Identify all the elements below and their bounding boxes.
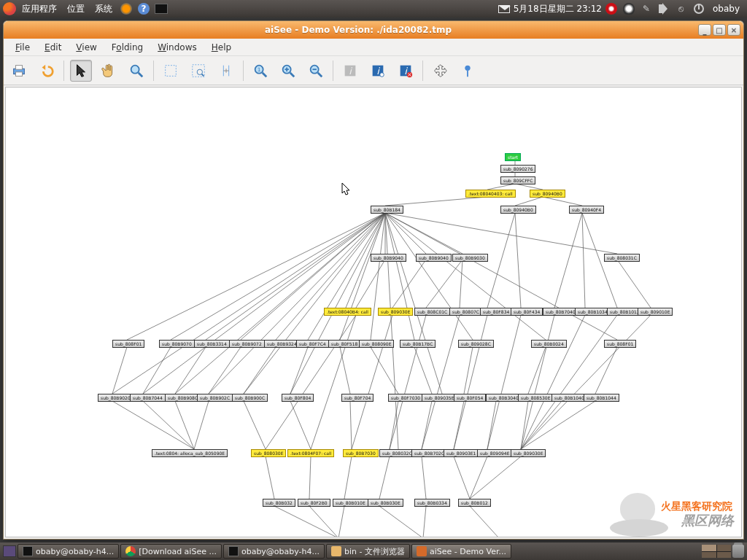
ruler-button[interactable] [215,60,237,82]
graph-node[interactable]: sub_80F434 [511,308,543,316]
graph-node[interactable]: sub_80B9072 [229,340,265,348]
graph-canvas[interactable]: startsub_8090276sub_809CFFC.text:0804040… [5,87,742,537]
graph-node[interactable]: sub_80F834 [480,308,512,316]
graph-node[interactable]: sub_809035E [422,394,457,402]
graph-node[interactable]: sub_808F01 [112,340,144,348]
graph-node[interactable]: sub_80B9040 [371,254,406,262]
graph-node[interactable]: sub_809010E [638,308,673,316]
print-button[interactable] [8,60,30,82]
menu-view[interactable]: View [69,40,104,55]
graph-node[interactable]: sub_808030E [251,449,286,457]
graph-node[interactable]: sub_80B900C [232,394,268,402]
graph-node[interactable]: sub_80B702C [411,449,447,457]
trash-icon[interactable] [732,545,744,558]
graph-node[interactable]: sub_809030E [378,308,413,316]
graph-node[interactable]: sub_809030E [511,449,546,457]
taskbar-item[interactable]: obaby@obaby-h4... [223,544,325,559]
graph-node[interactable]: sub_80B1040 [551,394,587,402]
window-titlebar[interactable]: aiSee - Demo Version: ./ida20082.tmp _ □… [4,21,743,39]
graph-node[interactable]: sub_80B9324 [264,340,300,348]
graph-node[interactable]: sub_80B030E [368,499,403,507]
graph-node[interactable]: sub_80F804 [282,394,314,402]
graph-node[interactable]: sub_80F054 [454,394,486,402]
graph-node[interactable]: sub_80B7040 [543,308,578,316]
panel-menu-places[interactable]: 位置 [63,1,89,17]
graph-node[interactable]: sub_80B902C [197,394,233,402]
menu-windows[interactable]: Windows [150,40,204,55]
ubuntu-logo-icon[interactable] [3,2,16,15]
panel-datetime[interactable]: 5月18日星期二 23:12 [514,3,602,15]
window-maximize-button[interactable]: □ [713,24,726,36]
info-button[interactable]: i [367,60,389,82]
help-icon[interactable]: ? [137,2,150,15]
taskbar-item[interactable]: [Download aiSee ... [120,544,222,559]
taskbar-item[interactable]: bin - 文件浏览器 [326,544,410,559]
rect-select-button[interactable] [160,60,182,82]
pin-button[interactable] [457,60,479,82]
taskbar-item[interactable]: aiSee - Demo Ver... [411,544,511,559]
graph-node[interactable]: sub_809028C [458,340,494,348]
graph-node[interactable]: sub_80903E1 [444,449,479,457]
notify-icon[interactable]: ✎ [640,2,653,15]
graph-node[interactable]: sub_808032C [379,449,415,457]
info-cancel-button[interactable]: i [395,60,417,82]
graph-node[interactable]: sub_80F7030 [388,394,423,402]
graph-node[interactable]: sub_80F7C4 [296,340,329,348]
graph-node[interactable]: sub_80F704 [341,394,374,402]
graph-node[interactable]: sub_80B1044 [584,394,619,402]
panel-menu-apps[interactable]: 应用程序 [18,1,61,17]
qq-icon[interactable] [622,2,635,15]
graph-node[interactable]: sub_80B0024 [531,340,567,348]
graph-node[interactable]: sub_80B17BC [400,340,436,348]
pointer-tool-button[interactable] [70,60,92,82]
graph-node[interactable]: .text:08040B4: call [324,308,371,316]
graph-node[interactable]: sub_80B010E [333,499,368,507]
graph-node[interactable]: sub_808F01 [604,340,636,348]
workspace-switcher[interactable] [702,545,731,558]
graph-node[interactable]: sub_80B908C [165,394,201,402]
zoom-tool-button[interactable] [125,60,147,82]
graph-node[interactable]: sub_808C01C [414,308,450,316]
graph-node[interactable]: sub_80B3040 [486,394,522,402]
graph-node[interactable]: sub_80940F4 [569,206,604,214]
panel-user[interactable]: obaby [708,4,744,14]
graph-node[interactable]: sub_80B9020 [98,394,133,402]
region-zoom-button[interactable] [187,60,209,82]
panel-menu-system[interactable]: 系统 [90,1,117,17]
network-icon[interactable]: ⎋ [675,2,688,15]
undo-button[interactable] [36,60,58,82]
graph-node[interactable]: sub_80F2B0 [298,499,330,507]
pan-tool-button[interactable] [98,60,120,82]
window-close-button[interactable]: ✕ [727,24,740,36]
graph-node[interactable]: sub_80B3314 [194,340,230,348]
graph-node[interactable]: start [505,153,521,161]
graph-node[interactable]: sub_80B0334 [414,499,450,507]
graph-node[interactable]: .text:0804F07: call [287,449,334,457]
graph-node[interactable]: sub_80B032 [263,499,295,507]
graph-node[interactable]: sub_808530E [518,394,553,402]
graph-node[interactable]: sub_80B184 [371,206,403,214]
graph-node[interactable]: sub_80B7044 [130,394,166,402]
opera-icon[interactable] [605,2,618,15]
power-icon[interactable] [692,2,705,15]
zoom-out-button[interactable] [305,60,327,82]
graph-node[interactable]: sub_80B012 [458,499,491,507]
graph-node[interactable]: sub_80B9030 [452,254,488,262]
window-minimize-button[interactable]: _ [698,24,711,36]
graph-node[interactable]: sub_80807C [449,308,482,316]
graph-node[interactable]: sub_80940B0 [530,190,565,198]
graph-node[interactable]: .text:08040403: call [465,190,516,198]
menu-file[interactable]: File [8,40,37,55]
firefox-icon[interactable] [120,2,133,15]
graph-node[interactable]: sub_808031C [604,254,640,262]
menu-edit[interactable]: Edit [37,40,69,55]
volume-icon[interactable] [657,2,670,15]
move-button[interactable] [429,60,451,82]
graph-node[interactable]: sub_809094E [477,449,512,457]
zoom-fit-button[interactable]: 1 [249,60,271,82]
graph-node[interactable]: sub_80B9040 [416,254,452,262]
graph-node[interactable]: .text:0804: alloca_sub_805090E [152,449,228,457]
graph-node[interactable]: sub_80B1034 [575,308,611,316]
show-desktop-button[interactable] [3,545,16,557]
graph-node[interactable]: sub_80940B0 [500,206,536,214]
